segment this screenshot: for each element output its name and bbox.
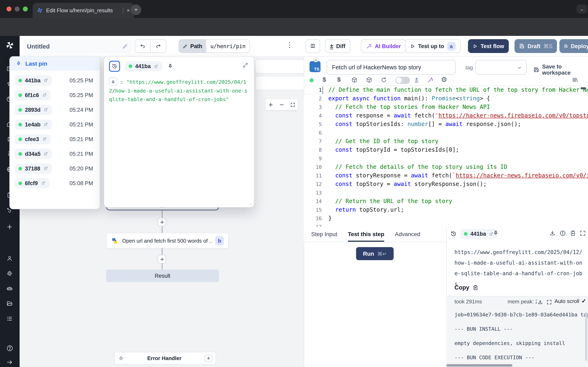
minimize-window-button[interactable] — [15, 7, 20, 11]
zoom-in-icon[interactable] — [268, 102, 274, 108]
pin-id-pill[interactable]: 441ba — [15, 75, 52, 85]
sidebar-user-icon[interactable] — [6, 255, 13, 262]
fullscreen-icon[interactable] — [579, 230, 586, 236]
pin-row[interactable]: 3718805:20 PM — [10, 161, 100, 176]
tab-advanced[interactable]: Advanced — [395, 227, 420, 242]
code-line[interactable]: 14 // Return the URL of the top story — [304, 197, 588, 206]
code-line[interactable]: 13 — [304, 188, 588, 197]
sidebar-robot-icon[interactable] — [6, 285, 13, 292]
history-icon[interactable] — [450, 230, 457, 237]
code-line[interactable]: 12 const topStory = await storyResponse.… — [304, 180, 588, 188]
sidebar-list-icon[interactable] — [6, 315, 13, 322]
editor-settings-gear-icon[interactable]: ⚙ — [441, 75, 447, 84]
close-window-button[interactable] — [7, 7, 11, 11]
code-line[interactable]: 16} — [304, 214, 588, 223]
result-pin-pill[interactable]: 441ba — [460, 229, 498, 239]
external-link-icon[interactable] — [43, 151, 48, 156]
test-up-to-button[interactable]: Test up to a — [405, 39, 460, 53]
test-flow-button[interactable]: Test flow — [468, 39, 509, 53]
info-icon[interactable] — [559, 230, 566, 236]
tab-search-button[interactable]: ⌄ — [577, 4, 587, 13]
external-link-icon[interactable] — [42, 92, 47, 98]
code-line[interactable]: 8 const topStoryId = topStoriesIds[0]; — [304, 146, 588, 154]
copy-button[interactable]: Copy — [454, 284, 479, 291]
code-line[interactable]: 5 const topStoriesIds: number[] = await … — [304, 120, 588, 128]
external-link-icon[interactable] — [154, 64, 159, 69]
pin-icon[interactable] — [493, 230, 499, 236]
cost-icon[interactable]: $ — [337, 76, 341, 83]
pin-id-pill[interactable]: d34a5 — [15, 149, 52, 159]
deploy-button[interactable]: Deploy — [559, 39, 588, 53]
docs-button[interactable] — [305, 39, 320, 53]
pin-id-pill[interactable]: 6f1c6 — [15, 90, 51, 100]
add-error-handler-button[interactable] — [205, 354, 212, 362]
code-line[interactable]: 1// Define the main function to fetch th… — [304, 86, 588, 94]
code-line[interactable]: 11 const storyResponse = await fetch(`ht… — [304, 171, 588, 180]
ai-builder-button[interactable]: AI Builder — [361, 39, 406, 53]
fit-view-icon[interactable] — [290, 102, 295, 108]
expand-icon[interactable] — [242, 62, 248, 68]
sidebar-add-icon[interactable] — [6, 224, 13, 230]
pin-row[interactable]: d34a505:21 PM — [10, 146, 100, 161]
pin-row[interactable]: 441ba05:25 PM — [10, 73, 100, 88]
sidebar-settings-gear-icon[interactable] — [6, 270, 13, 277]
pin-row[interactable]: 2893d05:24 PM — [10, 102, 100, 117]
tab-step-input[interactable]: Step Input — [311, 227, 337, 242]
zoom-out-icon[interactable] — [279, 102, 285, 108]
refresh-icon[interactable] — [380, 77, 387, 83]
result-url[interactable]: https://www.geoffreylitt.com/2025/04/12/… — [454, 247, 585, 290]
tab-close-icon[interactable]: × — [127, 7, 130, 13]
new-tab-button[interactable]: + — [131, 4, 141, 15]
code-line[interactable]: 17 — [304, 223, 588, 227]
save-to-workspace-button[interactable]: Save to workspace — [533, 64, 588, 76]
download-icon[interactable] — [549, 230, 556, 236]
pin-id-pill[interactable]: 1e4ab — [15, 119, 52, 129]
path-value[interactable]: u/henri/pin — [207, 39, 250, 53]
draft-button[interactable]: Draft ⌘S — [515, 39, 557, 53]
log-horizontal-scrollbar[interactable] — [446, 364, 512, 367]
pin-id-pill[interactable]: 441ba — [125, 61, 162, 71]
step-title-input[interactable] — [327, 60, 456, 75]
ai-wand-icon[interactable] — [427, 77, 434, 83]
pin-id-pill[interactable]: 6fcf9 — [15, 178, 49, 188]
external-link-icon[interactable] — [42, 137, 47, 142]
history-button[interactable] — [109, 61, 120, 72]
library-icon[interactable] — [572, 76, 579, 83]
sidebar-expand-arrow-icon[interactable] — [6, 359, 13, 366]
pin-id-pill[interactable]: cfee3 — [15, 134, 51, 144]
code-line[interactable]: 3 // Fetch the top stories from Hacker N… — [304, 103, 588, 111]
pin-icon[interactable] — [167, 63, 174, 69]
cost-icon[interactable]: $ — [323, 76, 326, 83]
external-link-icon[interactable] — [43, 122, 48, 127]
diff-mode-icon[interactable]: ± — [415, 76, 418, 82]
pin-row[interactable]: cfee305:21 PM — [10, 132, 100, 146]
error-handler-node[interactable]: Error Handler — [114, 352, 216, 365]
browser-tab[interactable]: Edit Flow u/henri/pin_results × — [33, 3, 134, 18]
code-editor[interactable]: 1// Define the main function to fetch th… — [304, 84, 588, 227]
code-line[interactable]: 10 // Fetch the details of the top story… — [304, 163, 588, 171]
clipboard-paste-icon[interactable] — [570, 230, 576, 236]
more-options-icon[interactable]: ⋮ — [286, 40, 293, 49]
add-step-button[interactable] — [158, 218, 166, 226]
run-button[interactable]: Run ⌘↵ — [356, 247, 394, 260]
external-link-icon[interactable] — [41, 181, 45, 185]
add-step-button[interactable] — [158, 255, 166, 263]
python-step-node[interactable]: Open url and fetch first 500 words of ..… — [106, 233, 229, 249]
path-chip[interactable]: Path u/henri/pin — [178, 39, 250, 53]
editor-toggle[interactable] — [395, 77, 410, 84]
pin-id-pill[interactable]: 2893d — [15, 105, 52, 115]
log-vertical-scrollbar[interactable] — [585, 312, 587, 361]
code-line[interactable]: 7 // Get the ID of the top story — [304, 137, 588, 146]
pin-row[interactable]: 1e4ab05:21 PM — [10, 117, 100, 132]
code-line[interactable]: 9 — [304, 154, 588, 163]
log-lines[interactable]: job=019634e7-9d30-b7cb-1e89-03a64ed441ba… — [454, 311, 588, 363]
check-icon[interactable]: ✓ — [581, 298, 586, 304]
undo-button[interactable] — [135, 39, 151, 53]
tag-select[interactable] — [475, 60, 527, 75]
expand-logs-icon[interactable] — [546, 299, 552, 305]
package-icon[interactable] — [351, 77, 358, 83]
pin-row[interactable]: 6f1c605:25 PM — [10, 88, 100, 102]
redo-button[interactable] — [151, 39, 166, 53]
windmill-logo-icon[interactable] — [5, 41, 14, 50]
pin-row[interactable]: 6fcf905:08 PM — [10, 176, 100, 191]
